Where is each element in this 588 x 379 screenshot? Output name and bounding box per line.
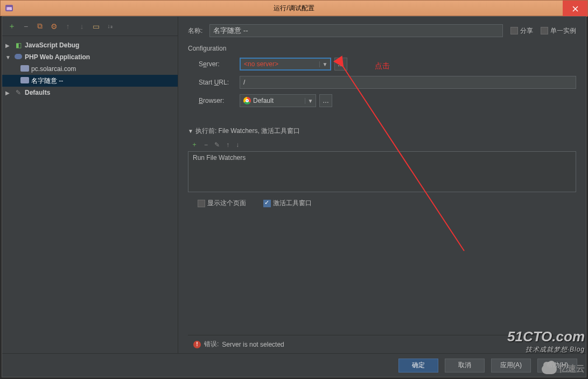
server-label: Server: — [199, 60, 240, 68]
add-config-icon[interactable]: ＋ — [8, 22, 16, 31]
left-toolbar: ＋ − ⧉ ⚙ ↑ ↓ ▭ ↓₂ — [2, 17, 178, 36]
cancel-button[interactable]: 取消 — [445, 359, 485, 373]
server-browse-button[interactable]: … — [334, 58, 347, 71]
close-button[interactable] — [563, 1, 587, 17]
chevron-down-icon: ▼ — [319, 61, 330, 67]
task-item[interactable]: Run File Watchers — [193, 154, 571, 162]
window-title: 运行/调试配置 — [274, 4, 314, 13]
tree-defaults[interactable]: ▶ ✎ Defaults — [2, 87, 178, 99]
start-url-input[interactable] — [240, 76, 576, 89]
dialog-footer: 确定 取消 应用(A) 帮助(H) — [2, 353, 586, 377]
chevron-down-icon: ▼ — [188, 128, 193, 134]
settings-icon[interactable]: ⚙ — [50, 22, 58, 31]
move-up-icon[interactable]: ↑ — [64, 22, 72, 31]
before-toolbar: ＋ − ✎ ↑ ↓ — [188, 139, 576, 150]
before-header[interactable]: ▼ 执行前: File Watchers, 激活工具窗口 — [188, 127, 576, 136]
watermark-51cto: 51CTO.com技术成就梦想·Blog — [507, 328, 585, 354]
tree-js-debug[interactable]: ▶ ◧ JavaScript Debug — [2, 39, 178, 51]
chevron-right-icon: ▶ — [5, 90, 12, 96]
apply-button[interactable]: 应用(A) — [491, 359, 531, 373]
tree-item-selected[interactable]: 名字随意 -- — [2, 75, 178, 87]
error-label: 错误: — [204, 340, 219, 349]
ok-button[interactable]: 确定 — [398, 359, 438, 373]
show-page-checkbox[interactable]: 显示这个页面 — [198, 199, 246, 208]
error-message: Server is not selected — [222, 341, 284, 348]
config-tree[interactable]: ▶ ◧ JavaScript Debug ▼ PHP Web Applicati… — [2, 36, 178, 353]
server-select[interactable]: <no server> ▼ — [240, 58, 331, 71]
task-list[interactable]: Run File Watchers — [188, 151, 576, 192]
chevron-down-icon: ▼ — [305, 98, 316, 104]
activate-tool-checkbox[interactable]: 激活工具窗口 — [263, 199, 312, 208]
tree-php-web[interactable]: ▼ PHP Web Application — [2, 51, 178, 63]
dialog-shell: ＋ − ⧉ ⚙ ↑ ↓ ▭ ↓₂ ▶ ◧ JavaScript Debug ▼ … — [2, 16, 586, 377]
svg-text:PS: PS — [8, 7, 12, 10]
single-instance-checkbox[interactable]: 单一实例 — [541, 26, 576, 36]
browser-label: Browser: — [199, 97, 240, 104]
move-down-icon[interactable]: ↓ — [236, 141, 239, 149]
name-label: 名称: — [188, 26, 209, 36]
php-file-icon — [20, 77, 29, 85]
chrome-icon — [243, 97, 251, 104]
name-input[interactable] — [209, 24, 503, 37]
browser-select[interactable]: Default ▼ — [240, 94, 316, 107]
js-icon: ◧ — [14, 41, 23, 49]
php-icon — [14, 53, 23, 61]
browser-row: Browser: Default ▼ … — [199, 94, 576, 107]
move-down-icon[interactable]: ↓ — [78, 22, 86, 31]
name-row: 名称: 分享 单一实例 — [188, 24, 576, 37]
edit-task-icon[interactable]: ✎ — [214, 141, 220, 149]
before-launch-section: ▼ 执行前: File Watchers, 激活工具窗口 ＋ − ✎ ↑ ↓ R… — [188, 127, 576, 192]
url-label: Start URL: — [199, 79, 240, 86]
remove-config-icon[interactable]: − — [22, 22, 30, 31]
remove-task-icon[interactable]: − — [204, 141, 208, 149]
browser-browse-button[interactable]: … — [319, 94, 332, 107]
watermark-yisu: 亿速云 — [542, 363, 585, 375]
app-icon: PS — [5, 3, 15, 13]
tree-item[interactable]: pc.solarcai.com — [2, 63, 178, 75]
cloud-icon — [542, 364, 557, 374]
copy-config-icon[interactable]: ⧉ — [36, 22, 44, 31]
move-up-icon[interactable]: ↑ — [226, 141, 229, 149]
php-file-icon — [20, 65, 29, 73]
wrench-icon: ✎ — [14, 89, 23, 96]
error-icon: ! — [193, 341, 201, 348]
config-section-title: Configuration — [188, 45, 576, 52]
chevron-down-icon: ▼ — [5, 54, 12, 60]
left-panel: ＋ − ⧉ ⚙ ↑ ↓ ▭ ↓₂ ▶ ◧ JavaScript Debug ▼ … — [2, 17, 178, 353]
sort-icon[interactable]: ↓₂ — [106, 22, 114, 31]
chevron-right-icon: ▶ — [5, 43, 12, 48]
bottom-checks: 显示这个页面 激活工具窗口 — [188, 199, 576, 208]
add-task-icon[interactable]: ＋ — [191, 140, 198, 149]
annotation-label: 点击 — [375, 61, 390, 71]
title-bar: PS 运行/调试配置 — [0, 0, 588, 16]
url-row: Start URL: — [199, 76, 576, 89]
share-checkbox[interactable]: 分享 — [510, 26, 533, 36]
folder-icon[interactable]: ▭ — [92, 22, 100, 31]
